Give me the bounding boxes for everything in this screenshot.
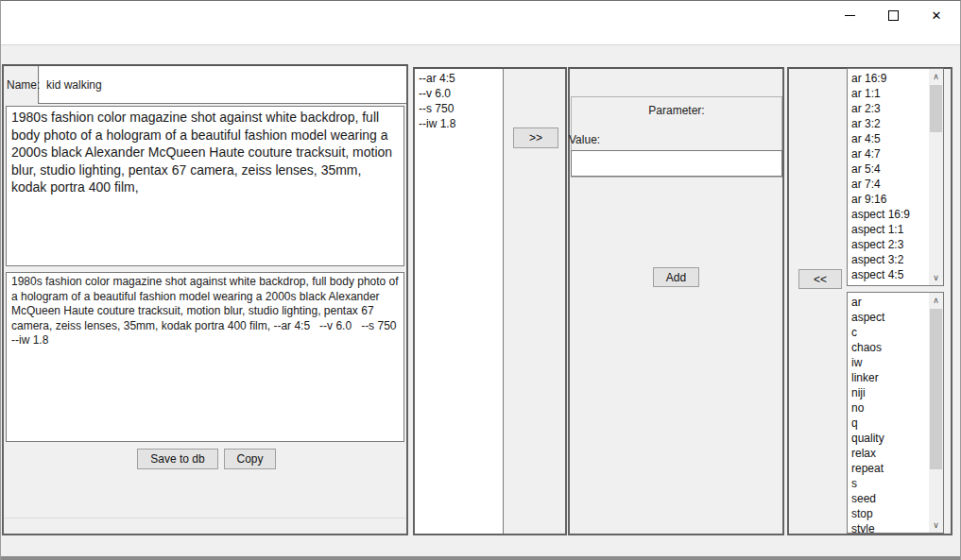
name-label: Name:	[4, 66, 39, 104]
list-item[interactable]: seed	[848, 491, 929, 506]
scroll-down-icon[interactable]: ∨	[929, 518, 943, 533]
list-item[interactable]: aspect 2:3	[848, 237, 929, 252]
list-item[interactable]: ar 1:1	[848, 86, 929, 101]
preset-values-listbox: ar 16:9ar 1:1ar 2:3ar 3:2ar 4:5ar 4:7ar …	[847, 68, 944, 286]
minimize-button[interactable]	[828, 0, 871, 30]
prompt-textarea[interactable]: 1980s fashion color magazine shot agains…	[6, 106, 404, 266]
titlebar: ✕	[0, 0, 961, 45]
list-item[interactable]: ar 2:3	[848, 101, 929, 116]
selected-params-panel: --ar 4:5--v 6.0--s 750--iw 1.8 >>	[413, 67, 567, 535]
list-item[interactable]: aspect 1:1	[848, 222, 929, 237]
list-item[interactable]: no	[848, 400, 929, 416]
minimize-icon	[845, 15, 855, 16]
list-item[interactable]: quality	[848, 431, 929, 446]
selected-params-list[interactable]: --ar 4:5--v 6.0--s 750--iw 1.8	[415, 69, 504, 534]
parameter-names-list[interactable]: araspectcchaosiwlinkernijinoqqualityrela…	[848, 293, 929, 533]
list-item[interactable]: ar 5:4	[848, 161, 929, 177]
scrollbar-thumb[interactable]	[930, 85, 942, 132]
list-item[interactable]: relax	[848, 446, 929, 461]
list-item[interactable]: chaos	[848, 340, 929, 355]
list-item[interactable]: --ar 4:5	[415, 71, 503, 86]
list-item[interactable]: ar 9:16	[848, 192, 929, 207]
name-row: Name:	[4, 66, 406, 104]
prompt-editor-panel: Name: 1980s fashion color magazine shot …	[2, 64, 408, 535]
list-item[interactable]: --iw 1.8	[415, 116, 503, 131]
list-item[interactable]: ar 4:7	[848, 146, 929, 161]
list-item[interactable]: aspect 16:9	[848, 207, 929, 222]
parameter-label: Parameter:	[572, 104, 781, 117]
list-item[interactable]: s	[848, 476, 929, 491]
list-item[interactable]: ar 16:9	[848, 71, 929, 86]
scroll-up-icon[interactable]: ∧	[929, 69, 943, 84]
list-item[interactable]: ar 7:4	[848, 177, 929, 192]
window-bottom-border	[0, 556, 961, 560]
list-item[interactable]: c	[848, 325, 929, 340]
divider	[4, 518, 406, 518]
list-item[interactable]: aspect	[848, 310, 929, 325]
list-item[interactable]: ar 3:2	[848, 116, 929, 131]
list-item[interactable]: --s 750	[415, 101, 503, 116]
list-item[interactable]: niji	[848, 385, 929, 400]
parameter-names-scrollbar[interactable]: ∧ ∨	[929, 293, 943, 533]
parameter-form-box: Parameter:	[571, 96, 782, 178]
list-item[interactable]: --v 6.0	[415, 86, 503, 101]
list-item[interactable]: ar 4:5	[848, 131, 929, 146]
maximize-button[interactable]	[871, 0, 915, 30]
list-item[interactable]: linker	[848, 370, 929, 385]
list-item[interactable]: style	[848, 521, 929, 534]
move-left-button[interactable]: <<	[798, 269, 842, 289]
value-input[interactable]	[571, 150, 782, 177]
maximize-icon	[888, 10, 899, 21]
name-input[interactable]	[40, 66, 406, 103]
list-item[interactable]: repeat	[848, 461, 929, 476]
parameter-names-listbox: araspectcchaosiwlinkernijinoqqualityrela…	[847, 292, 944, 534]
list-item[interactable]: iw	[848, 355, 929, 370]
presets-panel: << ar 16:9ar 1:1ar 2:3ar 3:2ar 4:5ar 4:7…	[787, 67, 952, 535]
save-to-db-button[interactable]: Save to db	[137, 449, 218, 469]
close-icon: ✕	[932, 9, 942, 22]
list-item[interactable]: aspect 4:5	[848, 267, 929, 282]
scroll-up-icon[interactable]: ∧	[929, 293, 943, 308]
preset-values-list[interactable]: ar 16:9ar 1:1ar 2:3ar 3:2ar 4:5ar 4:7ar …	[848, 69, 929, 285]
move-right-button[interactable]: >>	[513, 127, 558, 148]
scroll-down-icon[interactable]: ∨	[929, 270, 943, 285]
parameter-panel: Parameter: Value: Add	[568, 67, 784, 535]
full-prompt-textarea[interactable]: 1980s fashion color magazine shot agains…	[6, 272, 404, 442]
value-label: Value:	[569, 133, 600, 146]
list-item[interactable]: aspect 3:2	[848, 252, 929, 267]
list-item[interactable]: q	[848, 416, 929, 431]
copy-button[interactable]: Copy	[224, 449, 276, 469]
preset-values-scrollbar[interactable]: ∧ ∨	[929, 69, 943, 285]
list-item[interactable]: stop	[848, 506, 929, 521]
scrollbar-thumb[interactable]	[930, 309, 942, 469]
list-item[interactable]: ar	[848, 295, 929, 310]
window: ✕ Name: 1980s fashion color magazine sho…	[0, 0, 961, 560]
close-button[interactable]: ✕	[915, 0, 958, 30]
add-button[interactable]: Add	[653, 267, 699, 287]
